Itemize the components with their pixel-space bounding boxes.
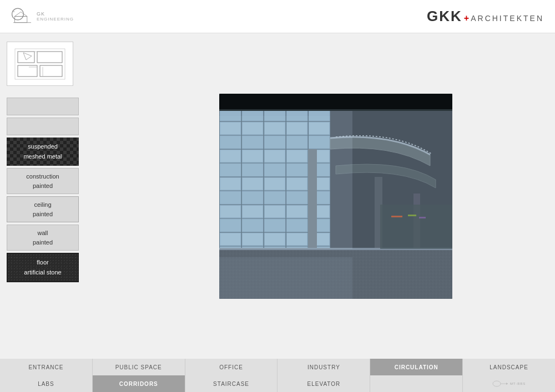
svg-rect-45	[219, 116, 330, 249]
nav-empty-2: MT-BBS	[463, 375, 555, 392]
material-wall-line1: wall	[13, 228, 73, 238]
material-card-ceiling[interactable]: ceiling painted	[7, 196, 79, 222]
architekten-text: ARCHITEKTEN	[471, 14, 544, 23]
nav-industry[interactable]: INDUSTRY	[278, 359, 370, 375]
material-card-wall[interactable]: wall painted	[7, 225, 79, 251]
svg-text:G: G	[12, 10, 14, 13]
header: G GK ENGINEERING GKK + ARCHITEKTEN	[0, 0, 555, 33]
material-wall-line2: painted	[13, 238, 73, 247]
main-photo	[219, 94, 452, 299]
material-ceiling-line1: ceiling	[13, 200, 73, 210]
left-logo-text: GK ENGINEERING	[37, 11, 74, 22]
nav-elevator[interactable]: ELEVATOR	[278, 375, 370, 392]
bottom-navigation: ENTRANCE PUBLIC SPACE OFFICE INDUSTRY CI…	[0, 359, 555, 392]
nav-labs[interactable]: LABS	[0, 375, 93, 392]
material-card-construction[interactable]: construction painted	[7, 168, 79, 194]
svg-marker-2	[14, 12, 27, 17]
material-ceiling-line2: painted	[13, 210, 73, 219]
material-card-suspended[interactable]: suspended meshed metal	[7, 138, 79, 166]
material-floor-line2: artificial stone	[13, 268, 73, 278]
svg-marker-48	[506, 383, 508, 385]
nav-office[interactable]: OFFICE	[185, 359, 278, 375]
material-construction-line1: construction	[13, 172, 73, 181]
svg-rect-42	[408, 215, 416, 216]
svg-rect-44	[219, 257, 352, 299]
material-card-2[interactable]	[7, 118, 79, 135]
nav-row-bottom: LABS CORRIDORS STAIRCASE ELEVATOR MT-BBS	[0, 375, 555, 392]
svg-rect-41	[391, 216, 402, 217]
material-construction-line2: painted	[13, 181, 73, 191]
gkk-text: GKK	[427, 8, 462, 25]
svg-rect-39	[219, 109, 452, 111]
plus-icon: +	[464, 13, 469, 23]
nav-corridors[interactable]: CORRIDORS	[93, 375, 185, 392]
logo-left: G GK ENGINEERING	[11, 7, 74, 26]
materials-list: suspended meshed metal construction pain…	[7, 95, 110, 282]
nav-circulation[interactable]: CIRCULATION	[370, 359, 463, 375]
nav-staircase[interactable]: STAIRCASE	[185, 375, 278, 392]
svg-rect-9	[40, 65, 62, 77]
material-card-1[interactable]	[7, 98, 79, 115]
svg-rect-40	[380, 205, 452, 249]
nav-row-top: ENTRANCE PUBLIC SPACE OFFICE INDUSTRY CI…	[0, 359, 555, 375]
svg-point-46	[493, 381, 501, 386]
svg-rect-43	[419, 217, 426, 218]
watermark-text: MT-BBS	[510, 382, 526, 385]
left-logo-icon: G	[11, 7, 33, 26]
photo-area	[117, 33, 555, 359]
material-floor-line1: floor	[13, 258, 73, 268]
watermark-logo-icon	[492, 380, 509, 388]
photo-svg	[219, 94, 452, 299]
nav-entrance[interactable]: ENTRANCE	[0, 359, 93, 375]
material-card-floor[interactable]: floor artificial stone	[7, 253, 79, 282]
nav-public-space[interactable]: PUBLIC SPACE	[93, 359, 185, 375]
svg-rect-6	[18, 52, 34, 63]
svg-marker-11	[23, 53, 32, 60]
svg-rect-38	[219, 94, 452, 110]
nav-empty-1	[370, 375, 463, 392]
nav-landscape[interactable]: LANDSCAPE	[463, 359, 555, 375]
main-content: suspended meshed metal construction pain…	[0, 33, 555, 359]
material-suspended-label: suspended meshed metal	[12, 142, 73, 161]
right-logo: GKK + ARCHITEKTEN	[427, 8, 544, 25]
svg-rect-7	[37, 52, 62, 63]
sidebar: suspended meshed metal construction pain…	[0, 33, 117, 359]
floorplan-svg	[12, 46, 68, 82]
floorplan-thumbnail[interactable]	[7, 42, 73, 86]
